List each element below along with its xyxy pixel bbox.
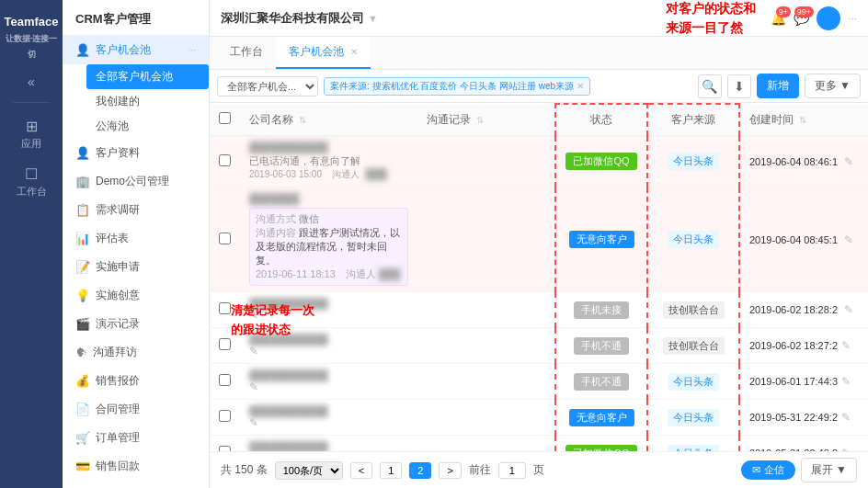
download-icon[interactable]: ⬇ (727, 74, 751, 98)
row-edit-icon-2[interactable]: ✎ (844, 233, 853, 246)
row-record-1 (417, 136, 555, 187)
nav-item-order[interactable]: 🛒 订单管理 (63, 424, 209, 452)
row-company-3: 清楚记录每一次的跟进状态 ███████████ ✎ (240, 292, 417, 328)
tab-close-icon[interactable]: ✕ (350, 47, 358, 57)
message-icon[interactable]: 💬 99+ (794, 11, 809, 26)
nav-item-impl-create[interactable]: 💡 实施创意 (63, 281, 209, 310)
row-edit-icon-3[interactable]: ✎ (844, 303, 853, 316)
col-header-record: 沟通记录 ⇅ (417, 104, 555, 136)
table-row: ███████ 沟通方式 微信 沟通内容 跟进客户测试情况，以及老版的流程情况，… (210, 187, 868, 292)
row-edit-4[interactable]: ✎ (249, 345, 258, 357)
nav-impl-create-label: 实施创意 (96, 288, 140, 303)
col-header-time: 创建时间 ⇅ (739, 104, 868, 136)
nav-item-contract[interactable]: 📄 合同管理 (63, 395, 209, 424)
all-customers-dropdown[interactable]: 全部客户机会... (217, 76, 318, 96)
company-sort-icon[interactable]: ⇅ (299, 115, 306, 125)
more-button[interactable]: 更多 ▼ (805, 74, 861, 98)
row-company-5: ███████████✎ (240, 364, 417, 400)
prev-page-btn[interactable]: < (350, 462, 372, 479)
sidebar-collapse-button[interactable]: « (22, 69, 40, 95)
goto-label: 前往 (469, 462, 491, 478)
row-checkbox-2[interactable] (219, 233, 231, 244)
refund-icon: 💳 (75, 460, 90, 473)
nav-item-customer-pool[interactable]: 👤 客户机会池 ··· (63, 36, 209, 64)
user-avatar[interactable] (817, 6, 840, 30)
nav-item-impl-apply[interactable]: 📝 实施申请 (63, 253, 209, 281)
source-badge-7: 今日头条 (668, 445, 719, 452)
goto-page-input[interactable] (498, 462, 526, 479)
row-edit-5[interactable]: ✎ (249, 380, 258, 393)
source-badge-6: 今日头条 (668, 409, 719, 426)
company-dropdown-icon[interactable]: ▼ (368, 13, 378, 24)
record-sort-icon[interactable]: ⇅ (476, 115, 484, 125)
header-menu-icon[interactable]: ··· (848, 12, 857, 25)
row-checkbox-3[interactable] (219, 302, 231, 314)
row-checkbox-5[interactable] (219, 374, 231, 386)
workbench-icon: ☐ (25, 165, 38, 183)
page-size-select[interactable]: 100条/页 50条/页 20条/页 (275, 461, 343, 480)
row-edit-6[interactable]: ✎ (249, 416, 258, 429)
row-check-2 (210, 187, 240, 292)
row-company-2: ███████ 沟通方式 微信 沟通内容 跟进客户测试情况，以及老版的流程情况，… (240, 187, 417, 292)
nav-sub-public-pool[interactable]: 公海池 (86, 114, 209, 139)
tab-customer-pool[interactable]: 客户机会池 ✕ (276, 37, 371, 69)
top-header: 深圳汇聚华企科技有限公司 ▼ 对客户的状态和 来源一目了然 🔔 9+ 💬 99+… (210, 0, 868, 37)
enterprise-msg-btn[interactable]: ✉ 企信 (741, 460, 795, 480)
nav-item-demand-survey[interactable]: 📋 需求调研 (63, 196, 209, 224)
nav-item-demo-record[interactable]: 🎬 演示记录 (63, 310, 209, 338)
page-2-btn[interactable]: 2 (409, 462, 431, 479)
row-checkbox-4[interactable] (219, 338, 231, 350)
table-row: ███████████ 已电话沟通，有意向了解 2019-06-03 15:00… (210, 136, 868, 187)
table-container: 公司名称 ⇅ 沟通记录 ⇅ 状态 客户来源 创建时间 ⇅ (210, 103, 868, 451)
time-sort-icon[interactable]: ⇅ (799, 115, 806, 125)
nav-customer-data-label: 客户资料 (96, 145, 140, 161)
row-edit-3[interactable]: ✎ (249, 309, 258, 322)
header-right: 对客户的状态和 来源一目了然 🔔 9+ 💬 99+ ··· (666, 0, 857, 38)
row-time-1: 2019-06-04 08:46:1 ✎ (739, 136, 868, 187)
tab-workbench[interactable]: 工作台 (217, 37, 276, 69)
row-source-1: 今日头条 (647, 136, 739, 187)
nav-item-sales-quote[interactable]: 💰 销售报价 (63, 367, 209, 395)
main-content: 深圳汇聚华企科技有限公司 ▼ 对客户的状态和 来源一目了然 🔔 9+ 💬 99+… (210, 0, 868, 488)
nav-sales-quote-label: 销售报价 (96, 373, 140, 389)
order-icon: 🛒 (75, 431, 90, 445)
filter-close-icon[interactable]: ✕ (577, 81, 584, 91)
status-badge-7: 已加微信QQ (565, 445, 636, 452)
new-button[interactable]: 新增 (757, 74, 799, 98)
source-badge-1: 今日头条 (668, 153, 719, 170)
source-badge-3: 技创联合台 (663, 301, 725, 319)
source-badge-4: 技创联合台 (663, 337, 725, 355)
sidebar-item-apps[interactable]: ⊞ 应用 (0, 110, 63, 158)
status-badge-4: 手机不通 (574, 337, 629, 355)
nav-customer-pool-label: 客户机会池 (96, 42, 151, 58)
nav-refund-label: 销售回款 (96, 459, 140, 474)
demo-company-icon: 🏢 (75, 175, 90, 188)
nav-item-communication[interactable]: 🗣 沟通拜访 (63, 338, 209, 367)
nav-item-refund[interactable]: 💳 销售回款 (63, 452, 209, 481)
nav-demo-record-label: 演示记录 (96, 316, 140, 332)
sidebar-item-workbench[interactable]: ☐ 工作台 (0, 158, 63, 206)
msg-badge: 99+ (794, 6, 814, 17)
row-check (210, 136, 240, 187)
table-row: 清楚记录每一次的跟进状态 ███████████ ✎ 手机未接 技创联合台 20… (210, 292, 868, 328)
nav-sub-all-pools[interactable]: 全部客户机会池 (86, 64, 209, 89)
expand-btn[interactable]: 展开 ▼ (801, 458, 857, 482)
page-1-btn[interactable]: 1 (380, 462, 402, 479)
select-all-checkbox[interactable] (219, 112, 231, 124)
row-checkbox-7[interactable] (219, 446, 231, 451)
nav-item-demo-company[interactable]: 🏢 Demo公司管理 (63, 167, 209, 196)
customer-table: 公司名称 ⇅ 沟通记录 ⇅ 状态 客户来源 创建时间 ⇅ (210, 103, 868, 451)
row-status-3: 手机未接 (555, 292, 647, 328)
nav-evaluation-label: 评估表 (96, 231, 129, 246)
row-edit-icon-1[interactable]: ✎ (844, 155, 853, 168)
row-company-7: ███████████✎ (240, 436, 417, 452)
search-icon[interactable]: 🔍 (698, 74, 722, 98)
nav-sub-my-created[interactable]: 我创建的 (86, 89, 209, 114)
row-checkbox-6[interactable] (219, 410, 231, 422)
row-checkbox-1[interactable] (219, 154, 231, 166)
filter-tag-source[interactable]: 案件来源: 搜索机优化 百度竞价 今日头条 网站注册 web来源 ✕ (324, 77, 590, 96)
nav-item-customer-data[interactable]: 👤 客户资料 (63, 139, 209, 167)
nav-item-evaluation[interactable]: 📊 评估表 (63, 224, 209, 253)
bell-icon[interactable]: 🔔 9+ (771, 11, 786, 26)
next-page-btn[interactable]: > (439, 462, 461, 479)
